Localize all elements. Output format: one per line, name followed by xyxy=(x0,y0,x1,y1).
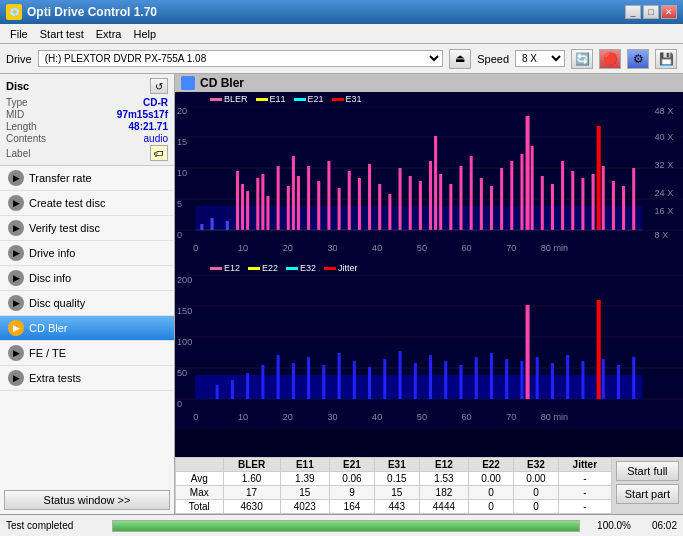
transfer-rate-icon: ▶ xyxy=(8,170,24,186)
settings-button[interactable]: ⚙ xyxy=(627,49,649,69)
sidebar-item-label: FE / TE xyxy=(29,347,66,359)
sidebar-item-fe-te[interactable]: ▶ FE / TE xyxy=(0,341,174,366)
svg-rect-107 xyxy=(490,353,493,399)
maximize-button[interactable]: □ xyxy=(643,5,659,19)
disc-title: Disc xyxy=(6,80,29,92)
drive-eject-button[interactable]: ⏏ xyxy=(449,49,471,69)
type-label: Type xyxy=(6,97,28,108)
total-e21: 164 xyxy=(329,500,374,514)
sidebar-item-verify-test-disc[interactable]: ▶ Verify test disc xyxy=(0,216,174,241)
menu-extra[interactable]: Extra xyxy=(90,27,128,41)
svg-text:15: 15 xyxy=(177,137,187,147)
scan-button[interactable]: 🔴 xyxy=(599,49,621,69)
fe-te-icon: ▶ xyxy=(8,345,24,361)
svg-rect-93 xyxy=(277,355,280,399)
status-window-button[interactable]: Status window >> xyxy=(4,490,170,510)
svg-rect-49 xyxy=(480,178,483,230)
start-part-button[interactable]: Start part xyxy=(616,484,679,504)
save-button[interactable]: 💾 xyxy=(655,49,677,69)
svg-rect-36 xyxy=(358,178,361,230)
total-e11: 4023 xyxy=(280,500,329,514)
svg-rect-60 xyxy=(581,178,584,230)
menu-start-test[interactable]: Start test xyxy=(34,27,90,41)
svg-text:70: 70 xyxy=(506,412,516,422)
minimize-button[interactable]: _ xyxy=(625,5,641,19)
svg-rect-55 xyxy=(531,146,534,230)
stats-table: BLER E11 E21 E31 E12 E22 E32 Jitter xyxy=(175,457,612,514)
legend-jitter: Jitter xyxy=(338,263,358,273)
row-avg-label: Avg xyxy=(176,472,224,486)
svg-text:20: 20 xyxy=(283,243,293,253)
row-total-label: Total xyxy=(176,500,224,514)
svg-rect-28 xyxy=(287,186,290,230)
stats-row: BLER E11 E21 E31 E12 E22 E32 Jitter xyxy=(175,457,683,514)
svg-rect-38 xyxy=(378,184,381,230)
svg-rect-62 xyxy=(597,126,601,230)
svg-text:40: 40 xyxy=(372,243,382,253)
avg-bler: 1.60 xyxy=(223,472,280,486)
sidebar-item-transfer-rate[interactable]: ▶ Transfer rate xyxy=(0,166,174,191)
window-controls[interactable]: _ □ ✕ xyxy=(625,5,677,19)
svg-rect-114 xyxy=(581,361,584,399)
total-e31: 443 xyxy=(374,500,419,514)
start-full-button[interactable]: Start full xyxy=(616,461,679,481)
sidebar-item-disc-quality[interactable]: ▶ Disc quality xyxy=(0,291,174,316)
svg-rect-26 xyxy=(266,196,269,230)
svg-rect-30 xyxy=(297,176,300,230)
svg-rect-45 xyxy=(439,174,442,230)
total-e12: 4444 xyxy=(419,500,468,514)
svg-rect-110 xyxy=(526,305,530,399)
row-max-label: Max xyxy=(176,486,224,500)
disc-section: Disc ↺ Type CD-R MID 97m15s17f Length 48… xyxy=(0,74,174,166)
svg-rect-91 xyxy=(246,373,249,399)
svg-text:0: 0 xyxy=(177,399,182,409)
svg-text:80 min: 80 min xyxy=(541,412,568,422)
avg-e21: 0.06 xyxy=(329,472,374,486)
sidebar-item-drive-info[interactable]: ▶ Drive info xyxy=(0,241,174,266)
col-header-empty xyxy=(176,458,224,472)
charts-area: BLER E11 E21 E31 xyxy=(175,92,683,457)
svg-rect-66 xyxy=(632,168,635,230)
bottom-legend: E12 E22 E32 Jitter xyxy=(175,261,683,275)
status-text: Test completed xyxy=(6,520,106,531)
svg-rect-109 xyxy=(520,361,523,399)
sidebar-item-disc-info[interactable]: ▶ Disc info xyxy=(0,266,174,291)
avg-jitter: - xyxy=(558,472,611,486)
svg-rect-65 xyxy=(622,186,625,230)
sidebar-item-cd-bler[interactable]: ▶ CD Bler xyxy=(0,316,174,341)
disc-label-icon[interactable]: 🏷 xyxy=(150,145,168,161)
top-chart: 20 15 10 5 0 48 X 40 X 32 X 24 X 16 X 8 … xyxy=(175,106,683,261)
svg-rect-54 xyxy=(526,116,530,230)
menu-help[interactable]: Help xyxy=(127,27,162,41)
legend-e22: E22 xyxy=(262,263,278,273)
svg-rect-96 xyxy=(322,365,325,399)
refresh-button[interactable]: 🔄 xyxy=(571,49,593,69)
avg-e22: 0.00 xyxy=(469,472,514,486)
svg-rect-117 xyxy=(617,365,620,399)
menu-file[interactable]: File xyxy=(4,27,34,41)
svg-rect-22 xyxy=(241,184,244,230)
disc-refresh-button[interactable]: ↺ xyxy=(150,78,168,94)
svg-text:30: 30 xyxy=(327,243,337,253)
sidebar-item-extra-tests[interactable]: ▶ Extra tests xyxy=(0,366,174,391)
svg-rect-94 xyxy=(292,363,295,399)
drive-select[interactable]: (H:) PLEXTOR DVDR PX-755A 1.08 xyxy=(38,50,444,67)
close-button[interactable]: ✕ xyxy=(661,5,677,19)
svg-text:20: 20 xyxy=(177,106,187,116)
svg-rect-111 xyxy=(536,357,539,399)
svg-text:30: 30 xyxy=(327,412,337,422)
verify-test-disc-icon: ▶ xyxy=(8,220,24,236)
speed-select[interactable]: 8 X 4 X 16 X Max xyxy=(515,50,565,67)
sidebar-item-label: Drive info xyxy=(29,247,75,259)
max-e22: 0 xyxy=(469,486,514,500)
sidebar-item-label: Disc info xyxy=(29,272,71,284)
chart-title: CD Bler xyxy=(200,76,244,90)
max-e11: 15 xyxy=(280,486,329,500)
sidebar-item-create-test-disc[interactable]: ▶ Create test disc xyxy=(0,191,174,216)
svg-text:0: 0 xyxy=(193,412,198,422)
svg-text:10: 10 xyxy=(177,168,187,178)
max-jitter: - xyxy=(558,486,611,500)
svg-rect-118 xyxy=(632,357,635,399)
svg-rect-100 xyxy=(383,359,386,399)
speed-label: Speed xyxy=(477,53,509,65)
